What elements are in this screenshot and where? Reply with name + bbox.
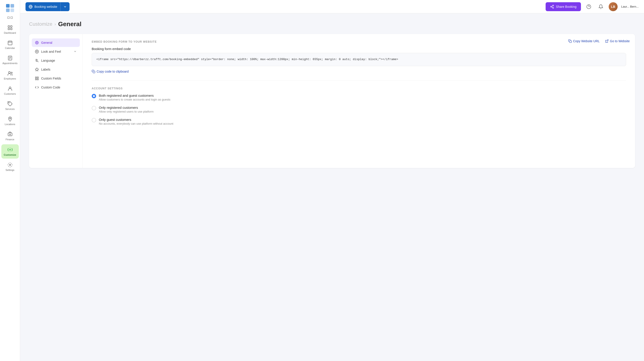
calendar-icon — [7, 40, 13, 46]
copy-code-link[interactable]: Copy code to clipboard — [92, 70, 128, 73]
copy-url-label: Copy Website URL — [573, 39, 600, 43]
settings-icon — [7, 162, 13, 168]
svg-point-22 — [10, 134, 10, 135]
sidebar-item-dashboard[interactable]: Dashboard — [1, 22, 19, 37]
share-booking-button[interactable]: Share Booking — [546, 2, 581, 11]
side-navigation: General Look and Feel Language Labels — [29, 34, 83, 168]
booking-website-dropdown[interactable] — [60, 2, 70, 11]
sidebar-label-locations: Locations — [5, 123, 15, 126]
side-nav-item-custom-fields[interactable]: Custom Fields — [32, 74, 80, 83]
svg-point-16 — [8, 71, 10, 73]
locations-icon — [7, 116, 13, 122]
radio-guest-title: Only guest customers — [99, 118, 173, 121]
radio-guest-text: Only guest customers No accounts, everyb… — [99, 118, 173, 125]
svg-rect-44 — [570, 41, 572, 43]
radio-registered-circle — [92, 106, 96, 110]
svg-rect-43 — [37, 79, 38, 80]
svg-rect-2 — [6, 8, 10, 12]
look-and-feel-icon — [35, 50, 39, 54]
side-nav-item-labels[interactable]: Labels — [32, 65, 80, 74]
svg-line-32 — [552, 5, 553, 6]
breadcrumb: Customize › General — [29, 20, 635, 28]
custom-fields-icon — [35, 76, 39, 80]
sidebar-item-appointments[interactable]: Appointments — [1, 53, 19, 67]
custom-code-icon — [35, 85, 39, 89]
services-icon — [7, 101, 13, 107]
svg-rect-46 — [93, 71, 95, 73]
sidebar-label-services: Services — [5, 108, 14, 111]
sidebar-collapse-toggle[interactable] — [8, 16, 13, 19]
svg-point-37 — [35, 50, 39, 53]
copy-code-icon — [92, 70, 95, 73]
general-icon — [35, 41, 39, 45]
svg-point-36 — [36, 41, 38, 44]
sidebar-label-settings: Settings — [6, 169, 14, 172]
radio-both-circle — [92, 94, 96, 98]
svg-rect-1 — [10, 4, 14, 7]
sidebar-item-customize[interactable]: Customize — [1, 144, 19, 159]
sidebar-item-services[interactable]: Services — [1, 98, 19, 113]
svg-marker-39 — [35, 68, 39, 71]
sidebar-label-customers: Customers — [4, 92, 16, 95]
help-button[interactable] — [584, 2, 593, 11]
globe-icon — [28, 5, 33, 9]
side-nav-label-look-and-feel: Look and Feel — [41, 50, 61, 53]
main-panel: Copy Website URL Go to Website EMBED BOO… — [83, 34, 635, 168]
sidebar-label-employees: Employees — [4, 77, 16, 80]
notifications-button[interactable] — [596, 2, 605, 11]
embed-code-block: <iframe src="https://dbarberzz.trafft.co… — [92, 53, 626, 66]
panel-actions: Copy Website URL Go to Website — [568, 39, 630, 43]
radio-item-guest[interactable]: Only guest customers No accounts, everyb… — [92, 118, 626, 125]
side-nav-item-look-and-feel[interactable]: Look and Feel — [32, 47, 80, 56]
booking-website-label: Booking website — [34, 5, 57, 8]
svg-point-19 — [8, 102, 9, 103]
go-to-website-label: Go to Website — [610, 39, 630, 43]
breadcrumb-separator: › — [54, 22, 56, 26]
booking-website-main-area[interactable]: Booking website — [26, 2, 60, 11]
svg-point-38 — [36, 51, 38, 52]
side-nav-item-language[interactable]: Language — [32, 56, 80, 65]
main-wrapper: Booking website Share Booking LB Laur...… — [20, 0, 644, 361]
svg-point-17 — [11, 72, 12, 73]
side-nav-item-custom-code[interactable]: Custom Code — [32, 83, 80, 92]
sidebar-label-calendar: Calendar — [5, 47, 15, 50]
copy-website-url-link[interactable]: Copy Website URL — [568, 39, 600, 43]
sidebar-item-calendar[interactable]: Calendar — [1, 37, 19, 52]
radio-item-both[interactable]: Both registered and guest customers Allo… — [92, 94, 626, 101]
svg-point-29 — [550, 6, 552, 7]
topbar: Booking website Share Booking LB Laur...… — [20, 0, 644, 13]
go-to-website-link[interactable]: Go to Website — [605, 39, 630, 43]
sidebar-label-customize: Customize — [4, 153, 16, 156]
radio-item-registered[interactable]: Only registered customers Allow only reg… — [92, 106, 626, 113]
svg-line-31 — [552, 7, 553, 7]
sidebar-item-settings[interactable]: Settings — [1, 159, 19, 174]
sidebar-item-customers[interactable]: Customers — [1, 83, 19, 98]
svg-point-33 — [587, 4, 591, 8]
avatar[interactable]: LB — [609, 2, 618, 11]
customers-icon — [7, 85, 13, 92]
svg-rect-0 — [6, 4, 10, 7]
sidebar-label-appointments: Appointments — [2, 62, 18, 65]
radio-both-desc: Allow customers to create accounts and l… — [99, 98, 170, 101]
sidebar-item-employees[interactable]: Employees — [1, 68, 19, 82]
appointments-icon — [7, 55, 13, 61]
svg-rect-41 — [37, 77, 38, 78]
customize-icon — [7, 147, 13, 153]
svg-rect-5 — [10, 26, 12, 27]
radio-registered-desc: Allow only registered users to use platf… — [99, 110, 154, 113]
dashboard-icon — [7, 24, 13, 31]
side-nav-item-general[interactable]: General — [32, 38, 80, 47]
sidebar-item-locations[interactable]: Locations — [1, 114, 19, 128]
svg-rect-7 — [10, 28, 12, 30]
breadcrumb-parent: Customize — [29, 21, 52, 27]
booking-website-button[interactable]: Booking website — [26, 2, 70, 11]
external-link-icon — [605, 39, 609, 43]
content-card: General Look and Feel Language Labels — [29, 34, 635, 168]
finance-icon — [7, 131, 13, 137]
radio-both-title: Both registered and guest customers — [99, 94, 170, 97]
share-booking-label: Share Booking — [556, 5, 576, 8]
sidebar-item-finance[interactable]: Finance — [1, 129, 19, 143]
svg-rect-6 — [8, 28, 10, 30]
svg-point-28 — [552, 5, 554, 6]
share-icon — [550, 5, 554, 9]
